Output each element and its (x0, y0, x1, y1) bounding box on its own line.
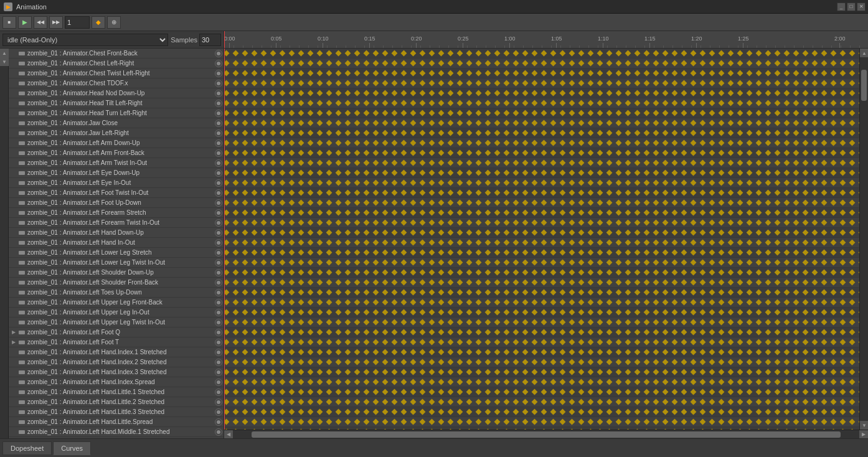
keyframe-diamond[interactable] (634, 60, 641, 67)
keyframe-diamond[interactable] (261, 160, 267, 166)
keyframe-diamond[interactable] (709, 399, 715, 405)
keyframe-diamond[interactable] (485, 120, 491, 126)
keyframe-diamond[interactable] (289, 70, 295, 77)
keyframe-diamond[interactable] (541, 280, 547, 286)
keyframe-diamond[interactable] (522, 110, 529, 116)
keyframe-diamond[interactable] (429, 389, 435, 395)
keyframe-diamond[interactable] (308, 90, 314, 97)
keyframe-diamond[interactable] (233, 140, 239, 146)
keyframe-diamond[interactable] (709, 50, 715, 57)
keyframe-diamond[interactable] (541, 250, 547, 256)
keyframe-diamond[interactable] (663, 160, 669, 166)
keyframe-diamond[interactable] (438, 100, 445, 106)
keyframe-diamond[interactable] (270, 240, 276, 246)
keyframe-diamond[interactable] (578, 70, 585, 77)
keyframe-diamond[interactable] (691, 230, 697, 236)
keyframe-diamond[interactable] (410, 339, 417, 346)
keyframe-diamond[interactable] (261, 130, 267, 136)
keyframe-diamond[interactable] (578, 349, 585, 356)
keyframe-diamond[interactable] (494, 190, 501, 196)
keyframe-diamond[interactable] (803, 140, 809, 146)
keyframe-diamond[interactable] (709, 240, 715, 246)
keyframe-diamond[interactable] (606, 389, 613, 395)
keyframe-diamond[interactable] (522, 80, 529, 87)
keyframe-diamond[interactable] (691, 160, 697, 166)
keyframe-diamond[interactable] (737, 50, 743, 57)
keyframe-diamond[interactable] (775, 329, 781, 336)
keyframe-diamond[interactable] (672, 329, 678, 336)
keyframe-diamond[interactable] (578, 389, 585, 395)
keyframe-diamond[interactable] (793, 160, 800, 166)
keyframe-diamond[interactable] (354, 290, 361, 296)
keyframe-diamond[interactable] (859, 399, 859, 405)
keyframe-diamond[interactable] (831, 359, 837, 365)
keyframe-diamond[interactable] (616, 190, 622, 196)
keyframe-diamond[interactable] (532, 329, 538, 336)
keyframe-diamond[interactable] (588, 70, 594, 77)
keyframe-diamond[interactable] (401, 100, 407, 106)
keyframe-diamond[interactable] (663, 100, 669, 106)
keyframe-diamond[interactable] (719, 140, 725, 146)
keyframe-diamond[interactable] (429, 80, 435, 87)
keyframe-diamond[interactable] (382, 220, 389, 226)
track-row[interactable]: zombie_01 : Animator.Left Hand.Little.2 … (9, 397, 224, 407)
keyframe-diamond[interactable] (672, 359, 678, 365)
keyframe-diamond[interactable] (485, 339, 491, 346)
keyframe-diamond[interactable] (280, 359, 286, 365)
keyframe-diamond[interactable] (700, 60, 706, 67)
keyframe-diamond[interactable] (289, 419, 295, 425)
keyframe-diamond[interactable] (466, 50, 473, 57)
keyframe-diamond[interactable] (242, 260, 248, 266)
keyframe-diamond[interactable] (252, 409, 258, 415)
keyframe-diamond[interactable] (532, 80, 538, 87)
keyframe-diamond[interactable] (420, 389, 426, 395)
keyframe-diamond[interactable] (392, 170, 398, 176)
keyframe-diamond[interactable] (634, 80, 641, 87)
track-row[interactable]: zombie_01 : Animator.Left Hand.Index.3 S… (9, 367, 224, 377)
keyframe-diamond[interactable] (513, 389, 519, 395)
keyframe-diamond[interactable] (812, 339, 818, 346)
keyframe-diamond[interactable] (289, 389, 295, 395)
keyframe-diamond[interactable] (644, 170, 650, 176)
keyframe-diamond[interactable] (280, 180, 286, 186)
track-row[interactable]: zombie_01 : Animator.Left Shoulder Down-… (9, 268, 224, 278)
keyframe-diamond[interactable] (625, 150, 631, 156)
keyframe-diamond[interactable] (681, 150, 687, 156)
keyframe-diamond[interactable] (821, 260, 828, 266)
keyframe-diamond[interactable] (224, 120, 229, 126)
keyframe-diamond[interactable] (298, 230, 304, 236)
keyframe-diamond[interactable] (373, 80, 379, 87)
keyframe-diamond[interactable] (569, 419, 575, 425)
keyframe-diamond[interactable] (242, 190, 248, 196)
keyframe-diamond[interactable] (756, 349, 762, 356)
keyframe-diamond[interactable] (429, 70, 435, 77)
keyframe-diamond[interactable] (438, 110, 445, 116)
keyframe-diamond[interactable] (317, 309, 323, 316)
keyframe-diamond[interactable] (261, 369, 267, 375)
keyframe-diamond[interactable] (522, 419, 529, 425)
keyframe-diamond[interactable] (728, 60, 734, 67)
keyframe-diamond[interactable] (261, 180, 267, 186)
scroll-up-button[interactable]: ▲ (0, 49, 9, 57)
keyframe-diamond[interactable] (569, 60, 575, 67)
keyframe-diamond[interactable] (494, 280, 501, 286)
keyframe-diamond[interactable] (803, 180, 809, 186)
keyframe-diamond[interactable] (644, 220, 650, 226)
track-row[interactable]: zombie_01 : Animator.Head Turn Left-Righ… (9, 108, 224, 118)
keyframe-diamond[interactable] (681, 80, 687, 87)
keyframe-diamond[interactable] (849, 140, 856, 146)
keyframe-diamond[interactable] (793, 140, 800, 146)
keyframe-diamond[interactable] (401, 190, 407, 196)
keyframe-diamond[interactable] (793, 110, 800, 116)
keyframe-diamond[interactable] (438, 200, 445, 206)
keyframe-diamond[interactable] (765, 210, 771, 216)
keyframe-diamond[interactable] (476, 70, 482, 77)
keyframe-diamond[interactable] (644, 369, 650, 375)
keyframe-diamond[interactable] (719, 70, 725, 77)
keyframe-diamond[interactable] (242, 329, 248, 336)
keyframe-diamond[interactable] (859, 319, 859, 326)
keyframe-diamond[interactable] (494, 50, 501, 57)
keyframe-diamond[interactable] (634, 369, 641, 375)
keyframe-diamond[interactable] (401, 150, 407, 156)
keyframe-diamond[interactable] (233, 409, 239, 415)
